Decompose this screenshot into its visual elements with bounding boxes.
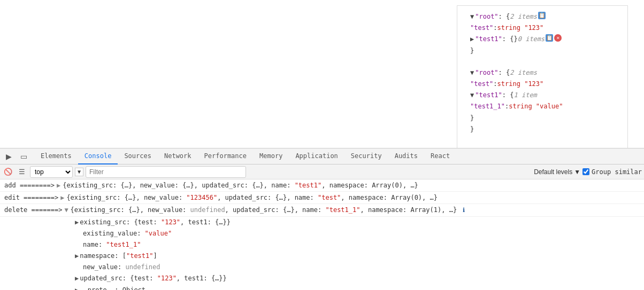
existing-src-expand[interactable]: ▶ bbox=[75, 217, 79, 228]
tab-memory[interactable]: Memory bbox=[253, 148, 289, 164]
console-line-add: add ========> ▶ {existing_src: {…}, new_… bbox=[0, 179, 644, 192]
tab-react[interactable]: React bbox=[424, 148, 456, 164]
test1-key-1: "test1" bbox=[475, 34, 502, 44]
test1-1-key: "test1_1" bbox=[470, 101, 505, 112]
expand-arrow-2[interactable]: ▼ bbox=[470, 68, 474, 78]
default-levels-label: Default levels bbox=[534, 168, 572, 176]
devtools-tab-bar: ▶ ▭ Elements Console Sources Network Per… bbox=[0, 148, 644, 164]
context-arrow[interactable]: ▼ bbox=[75, 168, 83, 176]
tab-network[interactable]: Network bbox=[158, 148, 198, 164]
expand-arrow-1[interactable]: ▼ bbox=[470, 12, 474, 22]
existing-src-label: existing_src: {test: "123", test1: {…}} bbox=[80, 217, 231, 228]
console-container: 🚫 ☰ top ▼ Default levels ▼ Group similar… bbox=[0, 164, 644, 290]
namespace-label: namespace: ["test1"] bbox=[80, 251, 157, 261]
delete-expand-arrow[interactable]: ▼ bbox=[64, 205, 68, 215]
group-similar-label: Group similar bbox=[592, 168, 642, 176]
expand-arrow-test1-2[interactable]: ▼ bbox=[470, 90, 474, 100]
filter-input[interactable] bbox=[86, 166, 246, 178]
tab-elements[interactable]: Elements bbox=[34, 148, 78, 164]
tab-application[interactable]: Application bbox=[289, 148, 344, 164]
expand-arrow-test1[interactable]: ▶ bbox=[470, 34, 474, 44]
delete-namespace-row: ▶ namespace: ["test1"] bbox=[0, 250, 644, 262]
test-key-2: "test" bbox=[470, 79, 493, 89]
test1-key-2: "test1" bbox=[475, 90, 502, 100]
tab-sources[interactable]: Sources bbox=[118, 148, 158, 164]
cursor-icon[interactable]: ▶ bbox=[2, 150, 15, 163]
test1-1-value: string "value" bbox=[509, 101, 563, 112]
edit-content: {existing_src: {…}, new_value: "123456",… bbox=[66, 193, 438, 202]
tab-audits[interactable]: Audits bbox=[388, 148, 424, 164]
add-content: {existing_src: {…}, new_value: {…}, upda… bbox=[63, 181, 418, 190]
preview-area: ▼ "root" : { 2 items 📋 "test" : string "… bbox=[0, 0, 644, 148]
device-icon[interactable]: ▭ bbox=[17, 150, 30, 163]
proto-label: __proto__: Object bbox=[80, 285, 145, 290]
test-key-1: "test" bbox=[470, 23, 493, 33]
json-block-2: ▼ "root" : { 2 items "test" : string "12… bbox=[466, 67, 619, 135]
new-value-label: new_value: undefined bbox=[83, 262, 160, 272]
tab-console[interactable]: Console bbox=[78, 148, 118, 164]
test-value-2: string "123" bbox=[497, 79, 544, 89]
edit-prefix: edit ========> bbox=[4, 193, 58, 202]
filter-toggle-button[interactable]: ☰ bbox=[16, 166, 28, 178]
tab-performance[interactable]: Performance bbox=[198, 148, 253, 164]
context-select[interactable]: top bbox=[30, 166, 73, 178]
console-line-delete: delete =======> ▼ {existing_src: {…}, ne… bbox=[0, 204, 644, 217]
root-meta-2: 2 items bbox=[510, 68, 537, 78]
delete-existing-value-row: existing_value: "value" bbox=[0, 228, 644, 239]
tab-security[interactable]: Security bbox=[344, 148, 388, 164]
info-icon: ℹ bbox=[463, 207, 465, 214]
delete-updated-src-row: ▶ updated_src: {test: "123", test1: {…}} bbox=[0, 273, 644, 284]
close-icon-1[interactable]: ✕ bbox=[554, 34, 562, 42]
edit-expand-arrow[interactable]: ▶ bbox=[60, 193, 64, 202]
console-line-edit: edit ========> ▶ {existing_src: {…}, new… bbox=[0, 192, 644, 204]
existing-value-label: existing_value: "value" bbox=[83, 229, 172, 239]
test1-meta-1: 0 items bbox=[518, 34, 545, 44]
root-meta-1: 2 items bbox=[510, 12, 537, 22]
updated-src-expand[interactable]: ▶ bbox=[75, 273, 79, 284]
root-key-2: "root" bbox=[475, 68, 498, 78]
devtools-icon-group: ▶ ▭ bbox=[2, 150, 30, 163]
delete-name-row: name: "test1_1" bbox=[0, 239, 644, 250]
clear-console-button[interactable]: 🚫 bbox=[2, 166, 14, 178]
updated-src-label: updated_src: {test: "123", test1: {…}} bbox=[80, 273, 227, 284]
brace-inner-2: } bbox=[470, 113, 474, 123]
brace-close-1: } bbox=[470, 46, 474, 56]
test1-meta-2: 1 item bbox=[514, 90, 537, 100]
console-output: add ========> ▶ {existing_src: {…}, new_… bbox=[0, 179, 644, 290]
delete-prefix: delete =======> bbox=[4, 205, 62, 215]
name-label: name: "test1_1" bbox=[83, 240, 141, 250]
default-levels-arrow: ▼ bbox=[574, 168, 580, 176]
delete-content: {existing_src: {…}, new_value: undefined… bbox=[71, 205, 465, 215]
delete-proto-row: ▶ __proto__: Object bbox=[0, 285, 644, 290]
test-value-1: string "123" bbox=[497, 23, 544, 33]
root-key-1: "root" bbox=[475, 12, 498, 22]
delete-new-value-row: new_value: undefined bbox=[0, 262, 644, 273]
store-icon-1[interactable]: 📋 bbox=[538, 12, 546, 19]
namespace-expand[interactable]: ▶ bbox=[75, 251, 79, 261]
default-levels-button[interactable]: Default levels ▼ bbox=[534, 166, 580, 178]
proto-expand[interactable]: ▶ bbox=[75, 285, 79, 290]
group-similar-checkbox[interactable] bbox=[582, 168, 589, 175]
add-expand-arrow[interactable]: ▶ bbox=[57, 181, 60, 190]
store-icon-2[interactable]: 📋 bbox=[546, 34, 553, 42]
add-prefix: add ========> bbox=[4, 181, 55, 190]
delete-existing-src-row: ▶ existing_src: {test: "123", test1: {…}… bbox=[0, 217, 644, 228]
brace-outer-2: } bbox=[470, 124, 474, 135]
json-block-1: ▼ "root" : { 2 items 📋 "test" : string "… bbox=[466, 11, 619, 57]
group-similar-checkbox-group: Group similar bbox=[582, 168, 642, 176]
console-toolbar: 🚫 ☰ top ▼ Default levels ▼ Group similar bbox=[0, 164, 644, 179]
json-panel: ▼ "root" : { 2 items 📋 "test" : string "… bbox=[457, 5, 628, 148]
